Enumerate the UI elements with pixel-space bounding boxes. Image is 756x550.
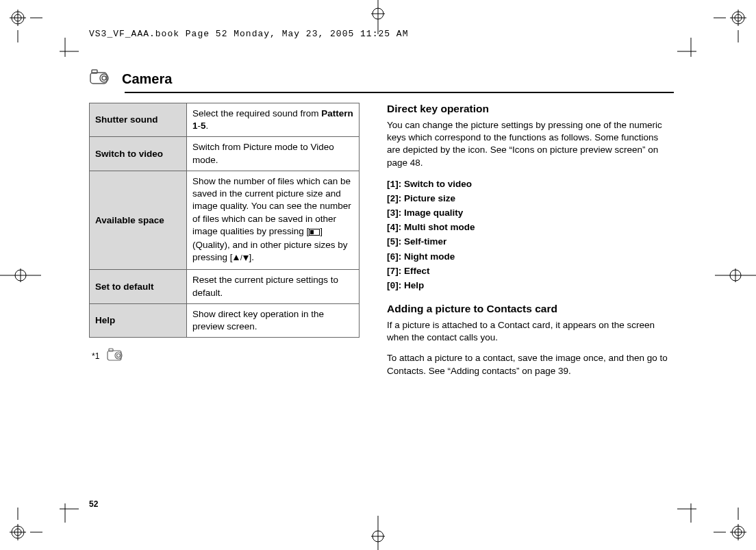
svg-rect-47 xyxy=(92,70,97,73)
adding-p2: To attach a picture to a contact, save t… xyxy=(387,352,674,377)
key-list-item: [0]: Help xyxy=(387,279,674,293)
svg-point-46 xyxy=(102,76,106,80)
header-filename: VS3_VF_AAA.book Page 52 Monday, May 23, … xyxy=(89,29,408,39)
setting-value: Show the number of files which can be sa… xyxy=(187,171,360,270)
table-row: Switch to video Switch from Picture mode… xyxy=(90,137,360,171)
page-content: Camera Shutter sound Select the required… xyxy=(89,68,674,509)
svg-rect-56 xyxy=(109,349,113,351)
adding-heading: Adding a picture to Contacts card xyxy=(387,303,674,315)
section-title: Camera xyxy=(122,71,172,87)
camera-small-icon xyxy=(106,347,127,364)
key-list-item: [6]: Night mode xyxy=(387,250,674,264)
svg-point-55 xyxy=(117,354,121,358)
svg-marker-52 xyxy=(243,255,249,261)
footnote: *1 xyxy=(89,347,360,364)
settings-table: Shutter sound Select the required sound … xyxy=(89,103,360,338)
direct-key-intro: You can change the picture settings by p… xyxy=(387,119,674,169)
setting-key: Set to default xyxy=(90,270,187,303)
crop-mark-br xyxy=(714,508,746,540)
setting-value: Select the required sound from Pattern 1… xyxy=(187,103,360,137)
setting-value: Reset the current picture settings to de… xyxy=(187,270,360,303)
title-horizontal-rule xyxy=(125,92,674,93)
table-row: Available space Show the number of files… xyxy=(90,171,360,270)
key-list: [1]: Switch to video[2]: Picture size[3]… xyxy=(387,177,674,293)
setting-key: Available space xyxy=(90,171,187,270)
crop-mark-bl xyxy=(10,508,42,540)
reg-mark-right xyxy=(715,262,756,289)
setting-key: Switch to video xyxy=(90,137,187,171)
angle-mark-tr xyxy=(677,38,705,65)
crop-mark-tl xyxy=(10,10,42,42)
footnote-marker: *1 xyxy=(92,351,99,361)
key-list-item: [1]: Switch to video xyxy=(387,177,674,192)
table-row: Help Show direct key operation in the pr… xyxy=(90,303,360,337)
key-list-item: [7]: Effect xyxy=(387,264,674,279)
setting-key: Help xyxy=(90,303,187,337)
svg-text:/: / xyxy=(240,254,242,262)
table-row: Shutter sound Select the required sound … xyxy=(90,103,360,137)
key-list-item: [2]: Picture size xyxy=(387,192,674,206)
svg-marker-50 xyxy=(234,255,239,260)
direct-key-heading: Direct key operation xyxy=(387,103,674,115)
up-down-arrow-icon: / xyxy=(233,253,249,265)
setting-value: Switch from Picture mode to Video mode. xyxy=(187,137,360,171)
key-list-item: [4]: Multi shot mode xyxy=(387,221,674,235)
quality-key-icon xyxy=(309,227,320,239)
table-row: Set to default Reset the current picture… xyxy=(90,270,360,303)
camera-icon xyxy=(89,68,112,89)
key-list-item: [5]: Self-timer xyxy=(387,235,674,249)
crop-mark-tr xyxy=(714,10,746,42)
angle-mark-tl xyxy=(51,38,79,65)
reg-mark-left xyxy=(0,262,41,289)
setting-key: Shutter sound xyxy=(90,103,187,137)
angle-mark-bl xyxy=(51,495,79,523)
key-list-item: [3]: Image quality xyxy=(387,206,674,221)
setting-value: Show direct key operation in the preview… xyxy=(187,303,360,337)
angle-mark-br xyxy=(677,495,705,523)
svg-rect-49 xyxy=(310,230,314,234)
page-number: 52 xyxy=(89,499,98,509)
adding-p1: If a picture is attached to a Contact ca… xyxy=(387,319,674,344)
reg-mark-bottom xyxy=(364,516,392,550)
